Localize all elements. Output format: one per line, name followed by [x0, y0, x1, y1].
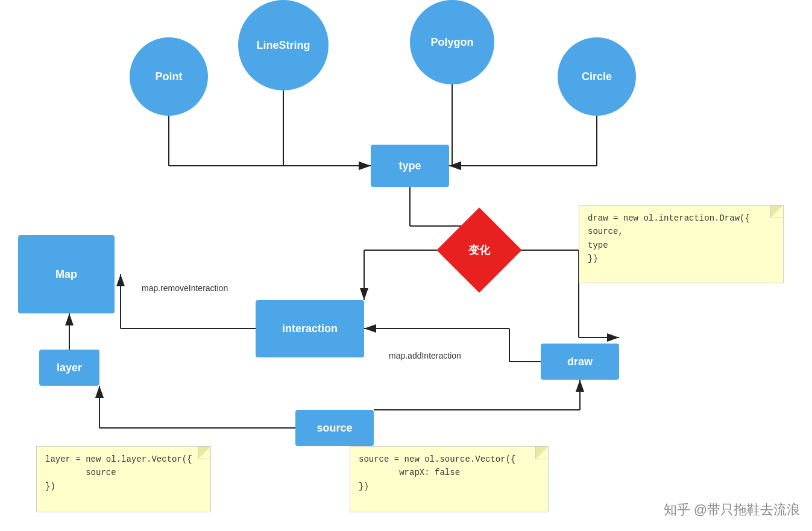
watermark: 知乎 @带只拖鞋去流浪: [664, 501, 800, 519]
node-draw: draw: [541, 344, 619, 380]
note-draw-code: draw = new ol.interaction.Draw({ source,…: [579, 205, 784, 283]
node-point: Point: [130, 37, 208, 116]
label-add-interaction: map.addInteraction: [389, 351, 461, 360]
node-interaction: interaction: [256, 300, 364, 357]
node-layer: layer: [39, 350, 99, 386]
node-polygon: Polygon: [410, 0, 494, 84]
node-circle: Circle: [558, 37, 636, 116]
node-type: type: [371, 145, 449, 187]
note-source-code: source = new ol.source.Vector({ wrapX: f…: [350, 446, 549, 512]
note-layer-code: layer = new ol.layer.Vector({ source }): [36, 446, 211, 512]
label-remove-interaction: map.removeInteraction: [142, 283, 228, 293]
node-linestring: LineString: [238, 0, 329, 90]
node-change: 变化: [443, 220, 515, 280]
node-source: source: [295, 410, 374, 446]
node-map: Map: [18, 235, 115, 313]
diagram: Point LineString Polygon Circle type Map…: [0, 0, 812, 531]
